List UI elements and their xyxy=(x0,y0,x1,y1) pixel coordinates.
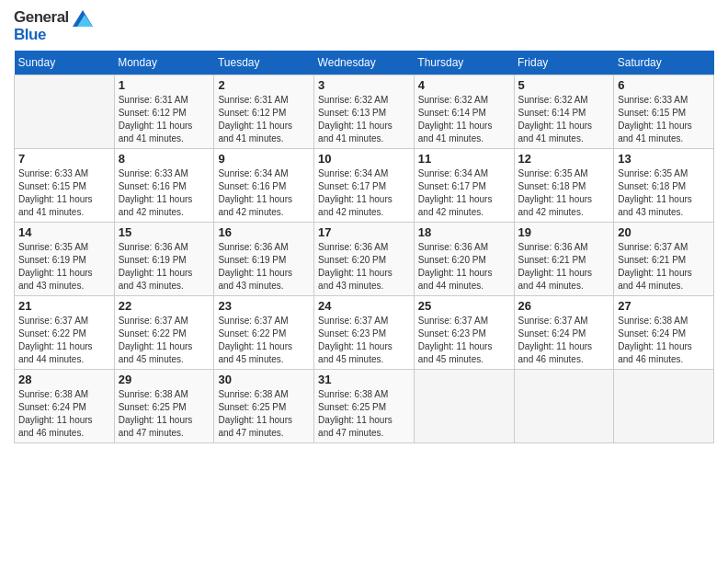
day-info: Sunrise: 6:33 AMSunset: 6:16 PMDaylight:… xyxy=(119,167,210,219)
day-number: 10 xyxy=(318,152,410,166)
day-header-friday: Friday xyxy=(514,51,614,75)
day-header-saturday: Saturday xyxy=(614,51,714,75)
day-header-thursday: Thursday xyxy=(414,51,514,75)
header: General Blue xyxy=(14,9,714,43)
day-info: Sunrise: 6:38 AMSunset: 6:25 PMDaylight:… xyxy=(218,388,310,440)
day-cell: 12 Sunrise: 6:35 AMSunset: 6:18 PMDaylig… xyxy=(514,149,614,223)
day-cell: 21 Sunrise: 6:37 AMSunset: 6:22 PMDaylig… xyxy=(15,296,115,370)
day-info: Sunrise: 6:31 AMSunset: 6:12 PMDaylight:… xyxy=(119,94,210,145)
day-cell xyxy=(514,370,614,443)
day-number: 4 xyxy=(418,78,510,92)
day-header-wednesday: Wednesday xyxy=(314,51,415,75)
day-info: Sunrise: 6:33 AMSunset: 6:15 PMDaylight:… xyxy=(618,94,710,145)
day-cell: 23 Sunrise: 6:37 AMSunset: 6:22 PMDaylig… xyxy=(214,296,314,370)
header-row: SundayMondayTuesdayWednesdayThursdayFrid… xyxy=(15,51,714,75)
day-header-sunday: Sunday xyxy=(15,51,115,75)
day-number: 15 xyxy=(119,225,210,239)
day-number: 31 xyxy=(318,373,410,386)
day-cell: 8 Sunrise: 6:33 AMSunset: 6:16 PMDayligh… xyxy=(114,149,214,223)
day-cell: 30 Sunrise: 6:38 AMSunset: 6:25 PMDaylig… xyxy=(214,370,314,443)
day-number: 3 xyxy=(318,78,410,92)
day-cell: 29 Sunrise: 6:38 AMSunset: 6:25 PMDaylig… xyxy=(114,370,214,443)
day-info: Sunrise: 6:34 AMSunset: 6:16 PMDaylight:… xyxy=(218,167,310,219)
day-number: 14 xyxy=(18,225,110,239)
day-cell: 26 Sunrise: 6:37 AMSunset: 6:24 PMDaylig… xyxy=(514,296,614,370)
day-cell: 19 Sunrise: 6:36 AMSunset: 6:21 PMDaylig… xyxy=(514,223,614,296)
day-number: 22 xyxy=(119,299,210,313)
day-number: 18 xyxy=(418,225,510,239)
day-header-monday: Monday xyxy=(114,51,214,75)
day-number: 13 xyxy=(618,152,710,166)
day-number: 25 xyxy=(418,299,510,313)
day-number: 20 xyxy=(618,225,710,239)
day-info: Sunrise: 6:35 AMSunset: 6:19 PMDaylight:… xyxy=(18,241,110,293)
day-cell: 27 Sunrise: 6:38 AMSunset: 6:24 PMDaylig… xyxy=(614,296,714,370)
logo-blue: Blue xyxy=(14,27,93,44)
day-number: 6 xyxy=(618,78,710,92)
day-number: 28 xyxy=(18,373,110,386)
day-info: Sunrise: 6:37 AMSunset: 6:23 PMDaylight:… xyxy=(318,315,410,366)
logo: General Blue xyxy=(14,9,93,43)
day-number: 21 xyxy=(18,299,110,313)
day-cell: 15 Sunrise: 6:36 AMSunset: 6:19 PMDaylig… xyxy=(114,223,214,296)
day-info: Sunrise: 6:37 AMSunset: 6:23 PMDaylight:… xyxy=(418,315,510,366)
calendar-table: SundayMondayTuesdayWednesdayThursdayFrid… xyxy=(14,51,714,443)
day-number: 7 xyxy=(18,152,110,166)
day-cell: 31 Sunrise: 6:38 AMSunset: 6:25 PMDaylig… xyxy=(314,370,415,443)
day-info: Sunrise: 6:34 AMSunset: 6:17 PMDaylight:… xyxy=(418,167,510,219)
day-number: 26 xyxy=(518,299,610,313)
day-info: Sunrise: 6:37 AMSunset: 6:21 PMDaylight:… xyxy=(618,241,710,293)
day-info: Sunrise: 6:32 AMSunset: 6:14 PMDaylight:… xyxy=(518,94,610,145)
week-row-2: 7 Sunrise: 6:33 AMSunset: 6:15 PMDayligh… xyxy=(15,149,714,223)
day-cell xyxy=(414,370,514,443)
day-cell: 1 Sunrise: 6:31 AMSunset: 6:12 PMDayligh… xyxy=(114,75,214,149)
day-number: 27 xyxy=(618,299,710,313)
day-cell: 25 Sunrise: 6:37 AMSunset: 6:23 PMDaylig… xyxy=(414,296,514,370)
day-number: 23 xyxy=(218,299,310,313)
day-info: Sunrise: 6:34 AMSunset: 6:17 PMDaylight:… xyxy=(318,167,410,219)
day-cell: 2 Sunrise: 6:31 AMSunset: 6:12 PMDayligh… xyxy=(214,75,314,149)
day-cell: 20 Sunrise: 6:37 AMSunset: 6:21 PMDaylig… xyxy=(614,223,714,296)
day-info: Sunrise: 6:36 AMSunset: 6:21 PMDaylight:… xyxy=(518,241,610,293)
day-number: 30 xyxy=(218,373,310,386)
day-info: Sunrise: 6:36 AMSunset: 6:19 PMDaylight:… xyxy=(119,241,210,293)
day-cell: 22 Sunrise: 6:37 AMSunset: 6:22 PMDaylig… xyxy=(114,296,214,370)
day-number: 24 xyxy=(318,299,410,313)
day-info: Sunrise: 6:31 AMSunset: 6:12 PMDaylight:… xyxy=(218,94,310,145)
day-number: 17 xyxy=(318,225,410,239)
page-container: General Blue SundayMondayTuesdayWednesda… xyxy=(0,0,728,453)
day-number: 12 xyxy=(518,152,610,166)
day-info: Sunrise: 6:38 AMSunset: 6:24 PMDaylight:… xyxy=(618,315,710,366)
day-number: 29 xyxy=(119,373,210,386)
day-number: 11 xyxy=(418,152,510,166)
day-info: Sunrise: 6:35 AMSunset: 6:18 PMDaylight:… xyxy=(618,167,710,219)
day-cell: 5 Sunrise: 6:32 AMSunset: 6:14 PMDayligh… xyxy=(514,75,614,149)
day-info: Sunrise: 6:38 AMSunset: 6:25 PMDaylight:… xyxy=(318,388,410,440)
day-cell: 17 Sunrise: 6:36 AMSunset: 6:20 PMDaylig… xyxy=(314,223,415,296)
day-info: Sunrise: 6:37 AMSunset: 6:24 PMDaylight:… xyxy=(518,315,610,366)
day-info: Sunrise: 6:32 AMSunset: 6:13 PMDaylight:… xyxy=(318,94,410,145)
day-cell xyxy=(15,75,115,149)
day-cell: 4 Sunrise: 6:32 AMSunset: 6:14 PMDayligh… xyxy=(414,75,514,149)
day-header-tuesday: Tuesday xyxy=(214,51,314,75)
day-info: Sunrise: 6:32 AMSunset: 6:14 PMDaylight:… xyxy=(418,94,510,145)
day-cell: 13 Sunrise: 6:35 AMSunset: 6:18 PMDaylig… xyxy=(614,149,714,223)
day-cell: 6 Sunrise: 6:33 AMSunset: 6:15 PMDayligh… xyxy=(614,75,714,149)
day-number: 2 xyxy=(218,78,310,92)
week-row-5: 28 Sunrise: 6:38 AMSunset: 6:24 PMDaylig… xyxy=(15,370,714,443)
day-info: Sunrise: 6:36 AMSunset: 6:20 PMDaylight:… xyxy=(318,241,410,293)
day-info: Sunrise: 6:35 AMSunset: 6:18 PMDaylight:… xyxy=(518,167,610,219)
day-info: Sunrise: 6:37 AMSunset: 6:22 PMDaylight:… xyxy=(218,315,310,366)
day-info: Sunrise: 6:33 AMSunset: 6:15 PMDaylight:… xyxy=(18,167,110,219)
day-cell xyxy=(614,370,714,443)
day-number: 1 xyxy=(119,78,210,92)
week-row-1: 1 Sunrise: 6:31 AMSunset: 6:12 PMDayligh… xyxy=(15,75,714,149)
week-row-3: 14 Sunrise: 6:35 AMSunset: 6:19 PMDaylig… xyxy=(15,223,714,296)
day-cell: 18 Sunrise: 6:36 AMSunset: 6:20 PMDaylig… xyxy=(414,223,514,296)
day-info: Sunrise: 6:37 AMSunset: 6:22 PMDaylight:… xyxy=(119,315,210,366)
day-info: Sunrise: 6:38 AMSunset: 6:25 PMDaylight:… xyxy=(119,388,210,440)
day-cell: 11 Sunrise: 6:34 AMSunset: 6:17 PMDaylig… xyxy=(414,149,514,223)
logo-general: General xyxy=(14,9,93,27)
day-cell: 24 Sunrise: 6:37 AMSunset: 6:23 PMDaylig… xyxy=(314,296,415,370)
day-cell: 7 Sunrise: 6:33 AMSunset: 6:15 PMDayligh… xyxy=(15,149,115,223)
